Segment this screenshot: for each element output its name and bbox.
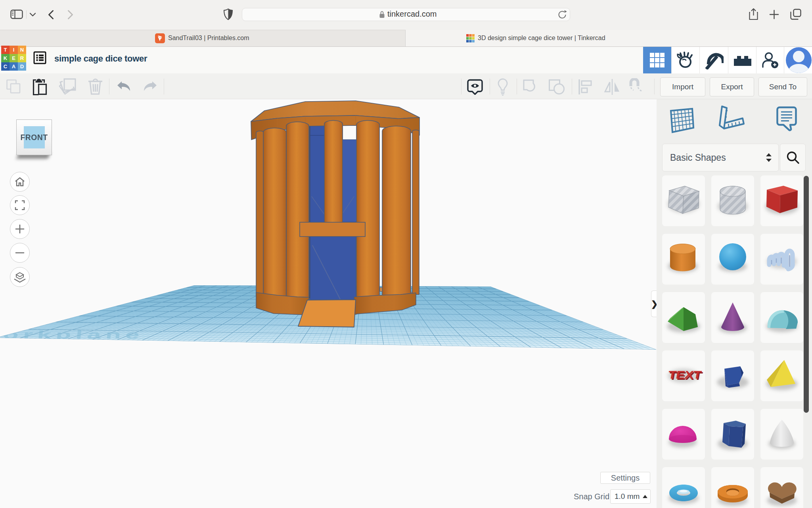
svg-text:TEXT: TEXT (667, 369, 703, 381)
svg-text:Workplane: Workplane (0, 328, 145, 341)
